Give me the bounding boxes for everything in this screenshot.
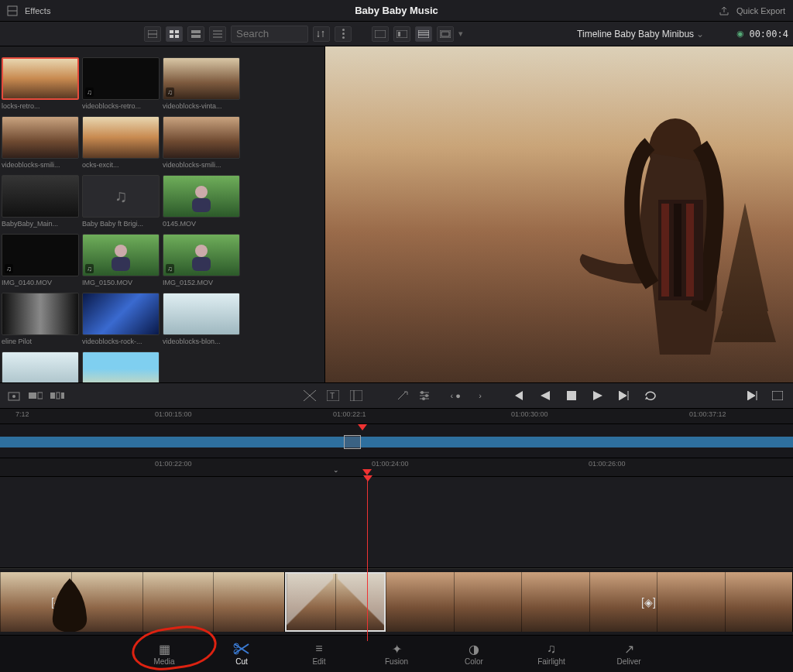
loop-icon[interactable] <box>643 388 658 403</box>
clip-thumb[interactable] <box>2 175 79 218</box>
page-color[interactable]: ◑Color <box>451 642 497 666</box>
worldclock-icon[interactable]: ◉ <box>736 29 744 39</box>
timeline-selector[interactable]: Timeline Baby Baby Minibus ⌄ <box>577 29 704 39</box>
transition-icon[interactable] <box>302 388 318 403</box>
view-list-icon[interactable] <box>209 26 226 42</box>
page-edit[interactable]: ≡Edit <box>296 642 342 666</box>
page-deliver[interactable]: ↗Deliver <box>606 642 652 666</box>
clip-thumb[interactable] <box>163 116 240 159</box>
clip-thumb[interactable] <box>82 293 160 335</box>
timeline-view-icon[interactable] <box>415 26 432 42</box>
safe-area-icon[interactable] <box>437 26 454 42</box>
media-pool[interactable]: locks-retro...♫videoblocks-retro...♫vide… <box>0 46 325 382</box>
svg-rect-35 <box>38 393 43 399</box>
effects-icon[interactable] <box>5 3 20 19</box>
view-thumb-icon[interactable] <box>166 26 183 42</box>
jog-left-icon[interactable]: ‹ ● <box>448 388 463 403</box>
tools-icon[interactable] <box>395 388 410 403</box>
export-icon[interactable] <box>716 3 732 19</box>
playhead-handle-icon[interactable] <box>363 475 372 482</box>
first-frame-icon[interactable] <box>511 388 527 403</box>
clip-thumb[interactable]: ♫ <box>163 57 240 100</box>
svg-rect-5 <box>175 30 179 33</box>
viewer-frame <box>325 46 793 382</box>
lower-timeline-ruler[interactable]: ⌄ 01:00:22:0001:00:24:0001:00:26:00 <box>0 458 793 477</box>
next-icon[interactable] <box>616 388 632 403</box>
clip-label: eline Pilot <box>2 338 79 345</box>
timeline-clip-selected[interactable] <box>285 572 386 632</box>
view-metadata-icon[interactable] <box>144 26 161 42</box>
clip-thumb[interactable] <box>2 293 79 335</box>
svg-rect-4 <box>170 30 173 33</box>
clip-thumb[interactable] <box>2 116 79 159</box>
mini-viewport[interactable] <box>344 435 361 449</box>
timeline-clip[interactable]: [◈] <box>0 572 285 632</box>
source-clip-icon[interactable] <box>372 26 389 42</box>
svg-rect-38 <box>61 393 64 399</box>
viewer-timecode[interactable]: 00:00:4 <box>749 29 788 39</box>
stop-icon[interactable] <box>564 388 579 403</box>
effects-label[interactable]: Effects <box>25 6 50 15</box>
svg-rect-16 <box>418 30 429 38</box>
clip-label: locks-retro... <box>2 102 79 110</box>
page-label: Deliver <box>616 657 640 666</box>
clip-thumb[interactable] <box>82 116 160 159</box>
clip-thumb[interactable]: ♫ <box>163 234 240 276</box>
trim-in-handle[interactable] <box>287 574 333 630</box>
prev-icon[interactable] <box>537 388 553 403</box>
view-strip-icon[interactable] <box>187 26 204 42</box>
page-fusion[interactable]: ✦Fusion <box>373 642 420 666</box>
jog-right-icon[interactable]: › <box>472 388 488 403</box>
audio-badge-icon: ♫ <box>5 264 13 273</box>
pool-menu-icon[interactable] <box>335 26 352 42</box>
clip-thumb[interactable] <box>2 351 79 382</box>
clip-label: IMG_0152.MOV <box>163 279 240 286</box>
page-label: Color <box>465 657 483 666</box>
full-screen-icon[interactable] <box>770 388 785 403</box>
smart-insert-icon[interactable] <box>6 388 22 403</box>
clip-thumb[interactable] <box>82 351 160 382</box>
source-tape-icon[interactable] <box>393 26 410 42</box>
sort-icon[interactable] <box>313 26 330 42</box>
mini-playhead-icon[interactable] <box>358 424 367 430</box>
clip-label: videoblocks-smili... <box>2 161 79 169</box>
trim-out-handle[interactable] <box>338 574 384 630</box>
clip-label: videoblocks-rock-... <box>82 338 160 345</box>
append-icon[interactable] <box>28 388 43 403</box>
clip-thumb[interactable] <box>163 175 240 218</box>
quick-export-label[interactable]: Quick Export <box>736 6 785 15</box>
timeline-clip[interactable]: [◈] <box>386 572 793 632</box>
last-frame-icon[interactable] <box>745 388 760 403</box>
clip-thumb[interactable]: ♫ <box>82 234 160 276</box>
page-fairlight[interactable]: ♫Fairlight <box>528 642 575 666</box>
sliders-icon[interactable] <box>417 388 432 403</box>
viewer-tree <box>706 203 784 342</box>
viewer[interactable] <box>325 46 793 382</box>
zoom-playhead-icon[interactable] <box>362 469 372 475</box>
clip-label: ocks-excit... <box>82 161 160 169</box>
chevron-down-icon[interactable]: ⌄ <box>333 466 339 474</box>
clip-thumb[interactable] <box>163 293 240 335</box>
play-icon[interactable] <box>590 388 606 403</box>
mini-timeline[interactable] <box>0 424 793 458</box>
clip-thumb[interactable]: ♫ <box>2 234 79 276</box>
person-icon <box>186 181 217 212</box>
page-label: Edit <box>312 657 325 666</box>
clip-thumb[interactable]: ♫ <box>82 57 160 100</box>
upper-timeline-ruler[interactable]: 7:1201:00:15:0001:00:22:101:00:30:0001:0… <box>0 409 793 424</box>
clip-thumb[interactable] <box>2 57 79 100</box>
svg-point-23 <box>115 245 127 257</box>
page-cut[interactable]: Cut <box>218 642 265 666</box>
playhead-line[interactable] <box>367 477 368 641</box>
color-icon: ◑ <box>469 642 479 656</box>
video-track-2[interactable] <box>0 477 793 568</box>
page-media[interactable]: ▦Media <box>141 642 187 666</box>
person-icon <box>186 240 217 271</box>
effects-panel-icon[interactable] <box>348 388 364 403</box>
search-input[interactable] <box>231 26 308 43</box>
title-icon[interactable]: T <box>325 388 341 403</box>
clip-label: videoblocks-vinta... <box>163 102 240 110</box>
ripple-icon[interactable] <box>50 388 65 403</box>
clip-thumb[interactable]: ♫ <box>82 175 160 218</box>
video-track-1[interactable]: [◈] [◈] <box>0 568 793 635</box>
